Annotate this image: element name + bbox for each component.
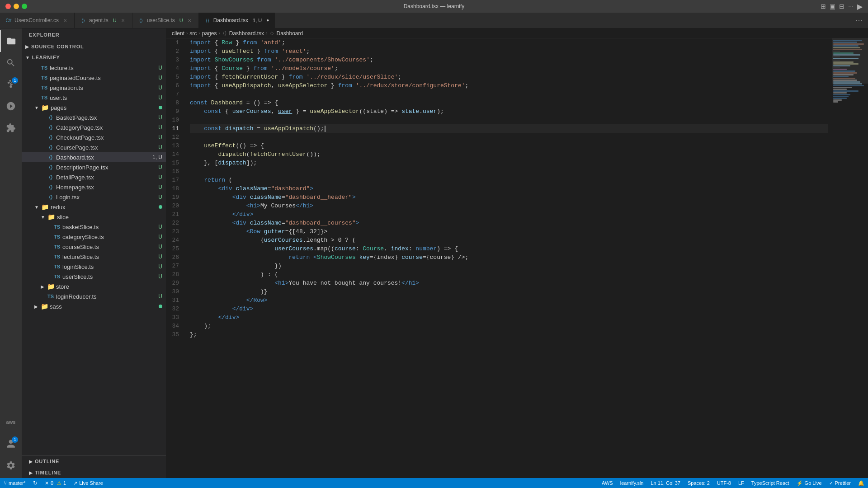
file-user-slice-ts[interactable]: TS userSlice.ts U xyxy=(22,272,166,282)
tab-close-icon[interactable]: ✕ xyxy=(61,17,69,24)
tab-users-controller[interactable]: C# UsersController.cs ✕ xyxy=(0,13,75,28)
filename: paginatedCourse.ts xyxy=(50,75,156,81)
source-control-label: SOURCE CONTROL xyxy=(31,44,84,49)
folder-slice[interactable]: ▼ 📁 slice xyxy=(22,212,166,222)
activity-account[interactable]: 1 xyxy=(0,433,22,455)
tab-dashboard-tsx[interactable]: ⟨⟩ Dashboard.tsx 1, U ● xyxy=(199,13,275,28)
outline-header[interactable]: ▶ OUTLINE xyxy=(22,456,166,467)
status-solution[interactable]: learnify.sln xyxy=(617,478,647,488)
status-notifications[interactable]: 🔔 xyxy=(854,478,868,488)
status-sync[interactable]: ↻ xyxy=(29,478,41,488)
status-aws[interactable]: AWS xyxy=(598,478,617,488)
minimap xyxy=(832,38,868,478)
code-line-2: import { useEffect } from 'react'; xyxy=(190,47,828,56)
line-num-19: 19 xyxy=(166,193,183,202)
file-pagination-ts[interactable]: TS pagination.ts U xyxy=(22,83,166,93)
close-button[interactable] xyxy=(5,4,11,9)
file-basket-page[interactable]: ⟨⟩ BasketPage.tsx U xyxy=(22,113,166,122)
ts-file-icon: TS xyxy=(41,64,48,71)
file-category-page[interactable]: ⟨⟩ CategoryPage.tsx U xyxy=(22,122,166,132)
more-actions-icon[interactable]: ··· xyxy=(848,3,854,10)
file-tree: TS lecture.ts U TS paginatedCourse.ts U … xyxy=(22,63,166,455)
ts-file-icon: TS xyxy=(41,84,48,91)
folder-redux[interactable]: ▼ 📁 redux xyxy=(22,202,166,212)
file-course-slice[interactable]: TS courseSlice.ts U xyxy=(22,242,166,252)
activity-run[interactable] xyxy=(0,95,22,117)
activity-source-control[interactable]: 1 xyxy=(0,74,22,95)
folder-sass[interactable]: ▶ 📁 sass xyxy=(22,301,166,311)
modified-badge: U xyxy=(158,75,166,81)
tabbar-actions: ⋯ xyxy=(850,13,868,28)
source-control-section[interactable]: ▶ SOURCE CONTROL xyxy=(22,41,166,52)
file-login-reducer[interactable]: TS loginReducer.ts U xyxy=(22,291,166,301)
status-liveshare[interactable]: ↗ Live Share xyxy=(70,478,107,488)
breadcrumb-src[interactable]: src xyxy=(189,30,197,37)
file-login-tsx[interactable]: ⟨⟩ Login.tsx U xyxy=(22,192,166,202)
learnify-section[interactable]: ▼ LEARNIFY xyxy=(22,52,166,63)
file-lecture-ts[interactable]: TS lecture.ts U xyxy=(22,63,166,73)
sidebar-toggle-icon[interactable]: ⊞ xyxy=(821,3,826,10)
status-spaces[interactable]: Spaces: 2 xyxy=(684,478,713,488)
status-position[interactable]: Ln 11, Col 37 xyxy=(647,478,684,488)
minimize-button[interactable] xyxy=(14,4,19,9)
line-num-11: 11 xyxy=(166,124,183,133)
sync-icon: ↻ xyxy=(33,480,38,486)
status-lineending[interactable]: LF xyxy=(735,478,748,488)
status-branch[interactable]: ⑂ master* xyxy=(0,478,29,488)
activity-search[interactable] xyxy=(0,52,22,74)
breadcrumb-file[interactable]: Dashboard.tsx xyxy=(229,30,264,37)
file-description-page[interactable]: ⟨⟩ DescriptionPage.tsx U xyxy=(22,162,166,172)
code-content[interactable]: import { Row } from 'antd'; import { use… xyxy=(186,38,832,478)
file-lecture-slice[interactable]: TS lectureSlice.ts U xyxy=(22,252,166,262)
file-dashboard-tsx[interactable]: ⟨⟩ Dashboard.tsx 1, U xyxy=(22,152,166,162)
line-num-20: 20 xyxy=(166,202,183,210)
modified-badge: U xyxy=(158,244,166,250)
status-golive[interactable]: ⚡ Go Live xyxy=(793,478,826,488)
modified-badge: U xyxy=(158,134,166,141)
source-control-badge: 1 xyxy=(12,77,18,84)
breadcrumb-pages[interactable]: pages xyxy=(202,30,217,37)
file-course-page[interactable]: ⟨⟩ CoursePage.tsx U xyxy=(22,142,166,152)
status-encoding[interactable]: UTF-8 xyxy=(713,478,735,488)
maximize-button[interactable] xyxy=(22,4,27,9)
split-editor-icon[interactable]: ⊟ xyxy=(839,3,844,10)
file-paginated-course[interactable]: TS paginatedCourse.ts U xyxy=(22,73,166,83)
file-detail-page[interactable]: ⟨⟩ DetailPage.tsx U xyxy=(22,172,166,182)
file-user-ts[interactable]: TS user.ts U xyxy=(22,93,166,103)
breadcrumb: client › src › pages › ⟨⟩ Dashboard.tsx … xyxy=(166,28,868,38)
split-right-icon[interactable]: ⋯ xyxy=(854,15,864,26)
breadcrumb-symbol[interactable]: Dashboard xyxy=(276,30,303,37)
line-num-25: 25 xyxy=(166,244,183,253)
chevron-right-icon: ▶ xyxy=(41,284,44,289)
run-icon[interactable]: ▶ xyxy=(857,2,863,11)
layout-icon[interactable]: ▣ xyxy=(830,3,835,10)
status-prettier[interactable]: ✓ Prettier xyxy=(826,478,854,488)
folder-store[interactable]: ▶ 📁 store xyxy=(22,282,166,291)
file-category-slice[interactable]: TS categorySlice.ts U xyxy=(22,232,166,242)
status-errors[interactable]: ✕ 0 ⚠ 1 xyxy=(41,478,70,488)
folder-pages[interactable]: ▼ 📁 pages xyxy=(22,103,166,113)
file-login-slice[interactable]: TS loginSlice.ts U xyxy=(22,262,166,272)
file-basket-slice[interactable]: TS basketSlice.ts U xyxy=(22,222,166,232)
tab-user-slice[interactable]: ⟨⟩ userSlice.ts U ✕ xyxy=(132,13,199,28)
activity-explorer[interactable] xyxy=(0,30,22,52)
modified-badge: U xyxy=(158,114,166,121)
file-homepage-tsx[interactable]: ⟨⟩ Homepage.tsx U xyxy=(22,182,166,192)
activity-extensions[interactable] xyxy=(0,117,22,139)
activity-aws[interactable]: aws xyxy=(0,411,22,433)
code-line-11: const dispatch = useAppDispatch(); xyxy=(190,124,828,133)
code-line-8: const Dashboard = () => { xyxy=(190,99,828,107)
breadcrumb-client[interactable]: client xyxy=(172,30,184,37)
activity-settings[interactable] xyxy=(0,455,22,476)
status-language[interactable]: TypeScript React xyxy=(748,478,793,488)
warning-count: 1 xyxy=(63,480,66,486)
tab-agent-ts[interactable]: ⟨⟩ agent.ts U ✕ xyxy=(75,13,132,28)
chevron-right-icon: ▶ xyxy=(34,304,38,309)
code-editor[interactable]: 1 2 3 4 5 6 7 8 9 10 11 12 13 14 15 16 1… xyxy=(166,38,868,478)
file-checkout-page[interactable]: ⟨⟩ CheckoutPage.tsx U xyxy=(22,132,166,142)
code-line-6: import { useAppDispatch, useAppSelector … xyxy=(190,81,828,90)
sidebar-explorer-header[interactable]: EXPLORER ⋯ xyxy=(22,28,166,41)
tab-close-icon2[interactable]: ✕ xyxy=(186,17,193,24)
timeline-header[interactable]: ▶ TIMELINE xyxy=(22,467,166,478)
tab-close-icon[interactable]: ✕ xyxy=(119,17,127,24)
